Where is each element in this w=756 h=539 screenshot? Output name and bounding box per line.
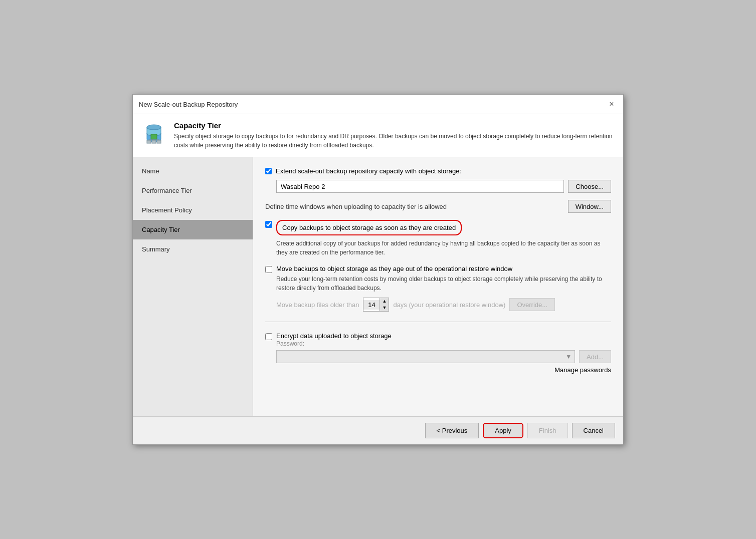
- sidebar-item-summary[interactable]: Summary: [133, 239, 253, 259]
- copy-option-desc: Create additional copy of your backups f…: [276, 239, 611, 257]
- choose-button[interactable]: Choose...: [568, 180, 611, 193]
- encrypt-option-row: Encrypt data uploaded to object storage: [265, 332, 611, 340]
- sidebar-item-name[interactable]: Name: [133, 161, 253, 181]
- footer: < Previous Apply Finish Cancel: [133, 416, 623, 444]
- previous-button[interactable]: < Previous: [425, 423, 479, 438]
- repo-row: Choose...: [276, 180, 611, 193]
- copy-option-highlight: Copy backups to object storage as soon a…: [276, 220, 462, 235]
- window-button[interactable]: Window...: [568, 200, 611, 213]
- move-option-block: Move backups to object storage as they a…: [265, 265, 611, 312]
- dialog-title: New Scale-out Backup Repository: [139, 101, 238, 108]
- divider: [265, 322, 611, 322]
- copy-option-block: Copy backups to object storage as soon a…: [265, 220, 611, 257]
- main-content: Extend scale-out backup repository capac…: [253, 157, 623, 416]
- svg-rect-2: [147, 140, 151, 143]
- encrypt-checkbox[interactable]: [265, 333, 272, 340]
- cancel-button[interactable]: Cancel: [572, 423, 615, 438]
- window-text: Define time windows when uploading to ca…: [265, 203, 447, 210]
- repo-input[interactable]: [276, 180, 564, 193]
- window-row: Define time windows when uploading to ca…: [265, 200, 611, 213]
- svg-rect-1: [151, 134, 157, 139]
- sidebar-item-capacity-tier[interactable]: Capacity Tier: [133, 220, 253, 239]
- add-password-button[interactable]: Add...: [579, 350, 611, 363]
- extend-label[interactable]: Extend scale-out backup repository capac…: [276, 167, 461, 175]
- move-files-label: Move backup files older than: [276, 301, 359, 309]
- move-option-label[interactable]: Move backups to object storage as they a…: [276, 265, 512, 273]
- sidebar-item-performance-tier[interactable]: Performance Tier: [133, 181, 253, 200]
- header-description: Specify object storage to copy backups t…: [174, 132, 614, 150]
- sidebar: Name Performance Tier Placement Policy C…: [133, 157, 253, 416]
- header-content: Capacity Tier Specify object storage to …: [174, 121, 614, 150]
- move-files-row: Move backup files older than ▲ ▼ days (y…: [276, 298, 611, 312]
- password-label: Password:: [276, 340, 611, 347]
- apply-button[interactable]: Apply: [483, 423, 523, 438]
- password-dropdown[interactable]: ▼: [276, 350, 575, 363]
- days-down-button[interactable]: ▼: [380, 305, 389, 311]
- move-option-row: Move backups to object storage as they a…: [265, 265, 611, 273]
- svg-rect-3: [152, 140, 156, 143]
- copy-option-label[interactable]: Copy backups to object storage as soon a…: [282, 224, 456, 231]
- override-button[interactable]: Override...: [509, 298, 555, 311]
- extend-checkbox-row: Extend scale-out backup repository capac…: [265, 167, 611, 175]
- copy-option-row: Copy backups to object storage as soon a…: [265, 220, 611, 237]
- days-up-button[interactable]: ▲: [380, 298, 389, 305]
- manage-passwords-container: Manage passwords: [265, 366, 611, 374]
- copy-checkbox[interactable]: [265, 221, 272, 228]
- header-title: Capacity Tier: [174, 121, 614, 130]
- close-button[interactable]: ×: [606, 99, 617, 110]
- move-option-desc: Reduce your long-term retention costs by…: [276, 275, 611, 293]
- svg-rect-4: [157, 140, 161, 143]
- sidebar-item-placement-policy[interactable]: Placement Policy: [133, 200, 253, 220]
- extend-checkbox[interactable]: [265, 168, 272, 174]
- password-row: ▼ Add...: [276, 350, 611, 363]
- encrypt-block: Encrypt data uploaded to object storage …: [265, 332, 611, 374]
- header-area: Capacity Tier Specify object storage to …: [133, 114, 623, 157]
- move-days-suffix: days (your operational restore window): [393, 301, 505, 309]
- body-area: Name Performance Tier Placement Policy C…: [133, 157, 623, 416]
- move-days-input[interactable]: [363, 300, 380, 310]
- header-icon: [142, 121, 166, 145]
- dialog: New Scale-out Backup Repository ×: [132, 94, 624, 445]
- title-bar: New Scale-out Backup Repository ×: [133, 95, 623, 114]
- encrypt-label[interactable]: Encrypt data uploaded to object storage: [276, 332, 392, 340]
- move-checkbox[interactable]: [265, 266, 272, 273]
- manage-passwords-link[interactable]: Manage passwords: [554, 366, 611, 374]
- finish-button[interactable]: Finish: [527, 423, 568, 438]
